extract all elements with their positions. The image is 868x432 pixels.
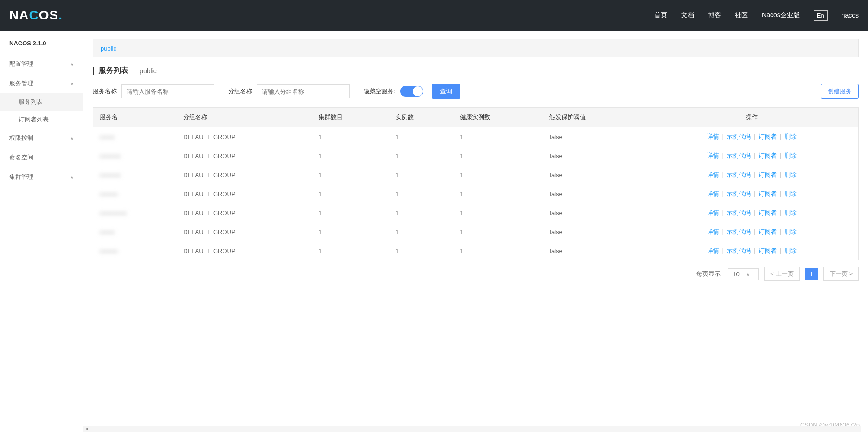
action-demo-code[interactable]: 示例代码 [727,209,751,216]
cell-instance-count: 1 [389,146,453,165]
action-subscriber[interactable]: 订阅者 [759,152,777,159]
action-detail[interactable]: 详情 [707,190,719,197]
sidebar-access-control[interactable]: 权限控制 ∨ [0,128,83,148]
group-name-input[interactable] [257,84,350,98]
cell-service-name: xxxxxxx [93,146,177,165]
nav-docs[interactable]: 文档 [681,11,694,19]
cell-group-name: DEFAULT_GROUP [177,222,312,241]
action-demo-code[interactable]: 示例代码 [727,228,751,235]
action-delete[interactable]: 删除 [785,152,797,159]
table-row: xxxxxxx DEFAULT_GROUP 1 1 1 false 详情 | 示… [93,165,859,184]
action-subscriber[interactable]: 订阅者 [759,133,777,140]
action-detail[interactable]: 详情 [707,171,719,178]
sidebar-namespace[interactable]: 命名空间 [0,148,83,167]
cell-group-name: DEFAULT_GROUP [177,203,312,222]
sidebar-service-mgmt[interactable]: 服务管理 ∧ [0,74,83,93]
hide-empty-label: 隐藏空服务: [364,87,396,95]
nav-home[interactable]: 首页 [654,11,667,19]
action-demo-code[interactable]: 示例代码 [727,133,751,140]
cell-threshold: false [543,203,645,222]
header: NACOS. 首页 文档 博客 社区 Nacos企业版 En nacos [0,0,868,31]
query-button[interactable]: 查询 [432,84,460,99]
nav-blog[interactable]: 博客 [708,11,721,19]
th-healthy-count: 健康实例数 [453,108,543,127]
sidebar-cluster-mgmt[interactable]: 集群管理 ∨ [0,167,83,187]
cell-cluster-count: 1 [312,203,389,222]
create-service-button[interactable]: 创建服务 [821,84,859,99]
sidebar-service-list[interactable]: 服务列表 [0,93,83,111]
th-group-name: 分组名称 [177,108,312,127]
sidebar: NACOS 2.1.0 配置管理 ∨ 服务管理 ∧ 服务列表 订阅者列表 权限控… [0,31,83,432]
cell-healthy-count: 1 [453,222,543,241]
cell-actions: 详情 | 示例代码 | 订阅者 | 删除 [645,184,859,203]
action-delete[interactable]: 删除 [785,228,797,235]
per-page-select[interactable]: 10 ∨ [728,268,759,280]
chevron-down-icon: ∨ [70,175,74,180]
sidebar-subscriber-list[interactable]: 订阅者列表 [0,111,83,128]
action-demo-code[interactable]: 示例代码 [727,247,751,254]
action-demo-code[interactable]: 示例代码 [727,152,751,159]
cell-instance-count: 1 [389,127,453,146]
action-subscriber[interactable]: 订阅者 [759,190,777,197]
per-page-value: 10 [733,271,739,278]
sidebar-cluster-mgmt-label: 集群管理 [9,173,33,181]
current-page[interactable]: 1 [805,268,818,280]
filter-row: 服务名称 分组名称 隐藏空服务: 查询 创建服务 [93,84,859,99]
service-name-label: 服务名称 [93,87,117,95]
cell-instance-count: 1 [389,222,453,241]
action-demo-code[interactable]: 示例代码 [727,171,751,178]
cell-instance-count: 1 [389,184,453,203]
next-page-button[interactable]: 下一页 > [823,267,859,281]
action-detail[interactable]: 详情 [707,228,719,235]
cell-group-name: DEFAULT_GROUP [177,241,312,260]
cell-cluster-count: 1 [312,241,389,260]
action-subscriber[interactable]: 订阅者 [759,171,777,178]
cell-service-name: xxxxxxx [93,165,177,184]
action-delete[interactable]: 删除 [785,190,797,197]
version-label: NACOS 2.1.0 [0,31,83,54]
action-subscriber[interactable]: 订阅者 [759,228,777,235]
action-subscriber[interactable]: 订阅者 [759,209,777,216]
cell-healthy-count: 1 [453,203,543,222]
chevron-up-icon: ∧ [70,81,74,86]
service-name-input[interactable] [121,84,214,98]
table-row: xxxxxxxxx DEFAULT_GROUP 1 1 1 false 详情 |… [93,203,859,222]
cell-actions: 详情 | 示例代码 | 订阅者 | 删除 [645,241,859,260]
prev-page-button[interactable]: < 上一页 [764,267,799,281]
nav-community[interactable]: 社区 [735,11,748,19]
action-subscriber[interactable]: 订阅者 [759,247,777,254]
tab-public[interactable]: public [101,45,116,52]
page-header: 服务列表 | public [93,66,859,76]
action-detail[interactable]: 详情 [707,209,719,216]
group-name-label: 分组名称 [228,87,252,95]
action-demo-code[interactable]: 示例代码 [727,190,751,197]
lang-switch[interactable]: En [814,10,828,21]
main-content: public 服务列表 | public 服务名称 分组名称 隐藏空服务: 查询… [83,31,868,432]
th-instance-count: 实例数 [389,108,453,127]
logo[interactable]: NACOS. [9,8,63,23]
action-delete[interactable]: 删除 [785,133,797,140]
logo-na: NA [9,8,29,22]
cell-group-name: DEFAULT_GROUP [177,146,312,165]
th-service-name: 服务名 [93,108,177,127]
user-name[interactable]: nacos [842,12,859,19]
action-delete[interactable]: 删除 [785,247,797,254]
cell-cluster-count: 1 [312,146,389,165]
header-right: 首页 文档 博客 社区 Nacos企业版 En nacos [654,10,859,21]
nav-enterprise[interactable]: Nacos企业版 [762,11,800,19]
sidebar-config-mgmt-label: 配置管理 [9,60,33,68]
title-bar-icon [93,67,94,75]
cell-group-name: DEFAULT_GROUP [177,127,312,146]
action-delete[interactable]: 删除 [785,171,797,178]
table-row: xxxxx DEFAULT_GROUP 1 1 1 false 详情 | 示例代… [93,222,859,241]
page-title: 服务列表 [99,66,128,76]
action-delete[interactable]: 删除 [785,209,797,216]
cell-instance-count: 1 [389,241,453,260]
action-detail[interactable]: 详情 [707,247,719,254]
sidebar-config-mgmt[interactable]: 配置管理 ∨ [0,54,83,74]
action-detail[interactable]: 详情 [707,152,719,159]
action-detail[interactable]: 详情 [707,133,719,140]
cell-service-name: xxxxx [93,127,177,146]
hide-empty-toggle[interactable] [400,86,423,97]
horizontal-scrollbar[interactable]: ◄ [83,426,861,432]
